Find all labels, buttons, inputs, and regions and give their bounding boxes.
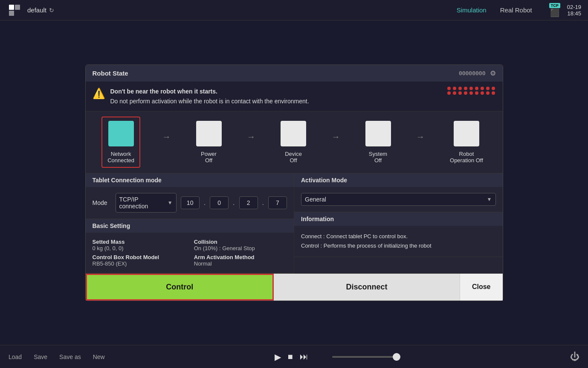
save-as-button[interactable]: Save as (59, 353, 81, 360)
tcp-indicator: TCP ⬛ (549, 3, 560, 18)
warning-text: Don't be near the robot when it starts. … (110, 87, 309, 106)
warning-bar: ⚠️ Don't be near the robot when it start… (86, 82, 503, 111)
button-row: Control Disconnect Close (86, 273, 503, 301)
dialog-title: Robot State (93, 70, 128, 77)
information-header: Information (294, 212, 503, 226)
activation-mode-header: Activation Mode (294, 173, 503, 187)
step-label-robot: RobotOperation Off (450, 151, 483, 164)
information-text: Connect : Connect tablet PC to control b… (301, 232, 496, 251)
collision-value: On (10%) : General Stop (194, 245, 287, 251)
load-button[interactable]: Load (9, 353, 22, 360)
tcp-badge: TCP (549, 3, 560, 8)
tablet-connection-body: Mode TCP/IP connection ▼ . . . (86, 187, 294, 219)
activation-mode-body: General ▼ (294, 187, 503, 212)
new-button[interactable]: New (93, 353, 105, 360)
left-panel: Tablet Connection mode Mode TCP/IP conne… (86, 173, 295, 273)
mode-select-dropdown[interactable]: TCP/IP connection ▼ (116, 193, 177, 213)
lower-panels: Tablet Connection mode Mode TCP/IP conne… (86, 173, 503, 273)
step-box-system (365, 121, 391, 146)
ip-octet-1[interactable] (181, 196, 200, 209)
arm-activation-section: Arm Activation Method Normal (194, 254, 287, 267)
step-system-off[interactable]: SystemOff (365, 121, 391, 164)
step-box-network (108, 121, 134, 146)
robot-state-dialog: Robot State 00000000 ⚙ ⚠️ Don't be near … (85, 64, 503, 301)
svg-rect-0 (9, 5, 14, 10)
disconnect-button[interactable]: Disconnect (274, 274, 460, 301)
arm-activation-value: Normal (194, 260, 287, 267)
setted-mass-section: Setted Mass 0 kg (0, 0, 0) (93, 239, 185, 251)
state-code: 00000000 (459, 70, 486, 76)
collision-section: Collision On (10%) : General Stop (194, 239, 287, 251)
network-icon: ⬛ (550, 8, 559, 18)
step-label-power: PowerOff (201, 151, 217, 164)
speed-slider[interactable] (332, 356, 400, 358)
topbar: default ↻ Simulation Real Robot TCP ⬛ 02… (0, 0, 588, 20)
basic-setting-body: Setted Mass 0 kg (0, 0, 0) Collision On … (86, 233, 294, 273)
close-button[interactable]: Close (460, 274, 503, 301)
power-button[interactable]: ⏻ (570, 351, 579, 362)
app-logo (7, 3, 22, 18)
step-device-off[interactable]: DeviceOff (281, 121, 306, 164)
step-box-device (281, 121, 306, 146)
play-button[interactable]: ▶ (275, 352, 281, 362)
robot-model-section: Control Box Robot Model RB5-850 (EX) (93, 254, 185, 267)
datetime-display: 02-19 18:45 (567, 4, 581, 17)
basic-setting-grid: Setted Mass 0 kg (0, 0, 0) Collision On … (93, 239, 287, 267)
collision-label: Collision (194, 239, 287, 245)
nav-simulation[interactable]: Simulation (457, 6, 487, 14)
basic-setting-section: Basic Setting Setted Mass 0 kg (0, 0, 0)… (86, 219, 294, 273)
nav-real-robot[interactable]: Real Robot (500, 6, 532, 14)
basic-setting-header: Basic Setting (86, 219, 294, 233)
arrow-3: → (331, 132, 340, 142)
save-button[interactable]: Save (34, 353, 47, 360)
main-content: Robot State 00000000 ⚙ ⚠️ Don't be near … (0, 20, 588, 345)
mode-label: Mode (93, 199, 111, 206)
bottombar: Load Save Save as New ▶ ■ ⏭ ⏻ (0, 345, 588, 368)
playback-controls: ▶ ■ ⏭ (275, 352, 400, 362)
status-dots (447, 87, 496, 95)
ip-dot-2: . (233, 199, 235, 207)
warning-icon: ⚠️ (93, 88, 105, 99)
arrow-2: → (247, 132, 255, 142)
ip-octet-4[interactable] (268, 196, 287, 209)
right-panel: Activation Mode General ▼ Information Co… (294, 173, 503, 273)
ip-octet-3[interactable] (239, 196, 258, 209)
tablet-connection-section: Tablet Connection mode Mode TCP/IP conne… (86, 173, 294, 219)
setted-mass-label: Setted Mass (93, 239, 185, 245)
step-power-off[interactable]: PowerOff (196, 121, 222, 164)
bottom-nav: Load Save Save as New (9, 353, 105, 360)
step-robot-operation-off[interactable]: RobotOperation Off (450, 121, 483, 164)
settings-icon[interactable]: ⚙ (490, 69, 496, 77)
arrow-4: → (416, 132, 425, 142)
ip-dot-3: . (262, 199, 264, 207)
mode-row: Mode TCP/IP connection ▼ . . . (93, 193, 287, 213)
dialog-header: Robot State 00000000 ⚙ (86, 65, 503, 82)
activation-mode-section: Activation Mode General ▼ (294, 173, 503, 212)
step-label-system: SystemOff (369, 151, 387, 164)
robot-model-value: RB5-850 (EX) (93, 260, 185, 267)
stop-button[interactable]: ■ (288, 352, 293, 362)
next-button[interactable]: ⏭ (300, 352, 308, 362)
ip-dot-1: . (204, 199, 206, 207)
information-body: Connect : Connect tablet PC to control b… (294, 226, 503, 257)
step-label-device: DeviceOff (285, 151, 302, 164)
arrow-1: → (162, 132, 171, 142)
setted-mass-value: 0 kg (0, 0, 0) (93, 245, 185, 251)
refresh-icon[interactable]: ↻ (49, 7, 54, 14)
step-label-network: NetworkConnected (107, 151, 134, 164)
dropdown-arrow-icon: ▼ (168, 200, 173, 206)
information-section: Information Connect : Connect tablet PC … (294, 212, 503, 257)
state-steps: NetworkConnected → PowerOff → DeviceOff … (86, 111, 503, 173)
activation-mode-dropdown[interactable]: General ▼ (301, 193, 496, 206)
svg-rect-1 (15, 5, 20, 10)
speed-slider-container (332, 356, 400, 358)
step-box-power (196, 121, 222, 146)
ip-octet-2[interactable] (210, 196, 229, 209)
step-box-robot (454, 121, 479, 146)
tablet-connection-header: Tablet Connection mode (86, 173, 294, 187)
step-network-connected[interactable]: NetworkConnected (101, 117, 140, 168)
svg-rect-2 (9, 11, 14, 16)
arm-activation-label: Arm Activation Method (194, 254, 287, 260)
control-button[interactable]: Control (86, 274, 274, 301)
robot-model-label: Control Box Robot Model (93, 254, 185, 260)
